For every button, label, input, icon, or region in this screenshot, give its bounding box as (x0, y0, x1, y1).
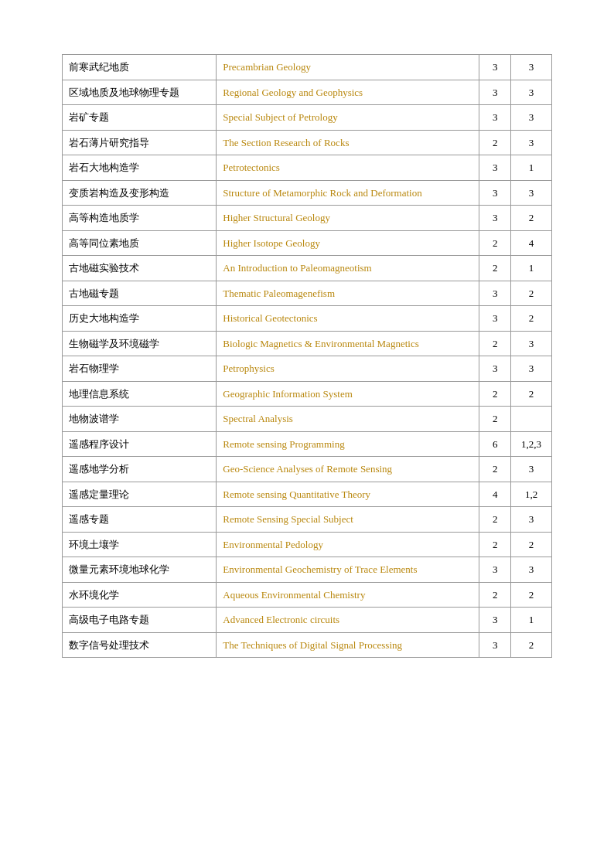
course-semester (511, 407, 552, 432)
course-english: Historical Geotectonics (217, 306, 479, 332)
table-row: 生物磁学及环境磁学Biologic Magnetics & Environmen… (63, 331, 552, 356)
course-semester: 2 (511, 632, 552, 658)
course-semester: 3 (511, 356, 552, 382)
course-credits: 3 (479, 356, 511, 382)
course-chinese: 地物波谱学 (63, 407, 217, 432)
course-chinese: 变质岩构造及变形构造 (63, 180, 217, 206)
course-credits: 3 (479, 608, 511, 633)
table-row: 地理信息系统Geographic Information System22 (63, 381, 552, 407)
course-chinese: 高等构造地质学 (63, 206, 217, 231)
course-credits: 2 (479, 130, 511, 155)
course-chinese: 高级电子电路专题 (63, 608, 217, 633)
course-credits: 3 (479, 206, 511, 231)
course-english: Special Subject of Petrology (217, 105, 479, 131)
course-credits: 2 (479, 582, 511, 608)
course-chinese: 遥感程序设计 (63, 431, 217, 457)
course-chinese: 遥感专题 (63, 507, 217, 533)
course-english: Geographic Information System (217, 381, 479, 407)
course-chinese: 遥感地学分析 (63, 457, 217, 482)
course-chinese: 岩矿专题 (63, 105, 217, 131)
course-english: Precambrian Geology (217, 55, 479, 80)
course-chinese: 岩石薄片研究指导 (63, 130, 217, 155)
course-semester: 1 (511, 155, 552, 181)
course-credits: 2 (479, 507, 511, 533)
table-row: 区域地质及地球物理专题Regional Geology and Geophysi… (63, 80, 552, 105)
table-row: 岩石大地构造学Petrotectonics31 (63, 155, 552, 181)
course-credits: 3 (479, 80, 511, 105)
course-semester: 3 (511, 331, 552, 356)
course-semester: 1 (511, 256, 552, 281)
table-row: 遥感专题Remote Sensing Special Subject23 (63, 507, 552, 533)
course-semester: 1,2,3 (511, 431, 552, 457)
table-row: 微量元素环境地球化学Environmental Geochemistry of … (63, 557, 552, 583)
course-chinese: 古地磁专题 (63, 281, 217, 306)
course-chinese: 环境土壤学 (63, 532, 217, 557)
course-credits: 2 (479, 230, 511, 256)
course-credits: 2 (479, 532, 511, 557)
table-row: 岩石薄片研究指导The Section Research of Rocks23 (63, 130, 552, 155)
course-english: Spectral Analysis (217, 407, 479, 432)
table-row: 历史大地构造学Historical Geotectonics32 (63, 306, 552, 332)
course-english: Environmental Geochemistry of Trace Elem… (217, 557, 479, 583)
course-semester: 2 (511, 306, 552, 332)
course-semester: 3 (511, 507, 552, 533)
course-credits: 2 (479, 407, 511, 432)
course-credits: 6 (479, 431, 511, 457)
course-chinese: 水环境化学 (63, 582, 217, 608)
table-row: 环境土壤学Environmental Pedology22 (63, 532, 552, 557)
course-chinese: 古地磁实验技术 (63, 256, 217, 281)
course-english: The Section Research of Rocks (217, 130, 479, 155)
course-table: 前寒武纪地质Precambrian Geology33区域地质及地球物理专题Re… (62, 54, 552, 658)
course-chinese: 前寒武纪地质 (63, 55, 217, 80)
course-chinese: 数字信号处理技术 (63, 632, 217, 658)
course-credits: 3 (479, 55, 511, 80)
table-row: 岩石物理学Petrophysics33 (63, 356, 552, 382)
course-chinese: 区域地质及地球物理专题 (63, 80, 217, 105)
course-english: An Introduction to Paleomagneotism (217, 256, 479, 281)
course-semester: 3 (511, 130, 552, 155)
table-row: 前寒武纪地质Precambrian Geology33 (63, 55, 552, 80)
table-row: 遥感程序设计Remote sensing Programming61,2,3 (63, 431, 552, 457)
course-chinese: 遥感定量理论 (63, 482, 217, 507)
table-row: 变质岩构造及变形构造Structure of Metamorphic Rock … (63, 180, 552, 206)
course-semester: 3 (511, 105, 552, 131)
course-credits: 2 (479, 457, 511, 482)
course-english: Aqueous Environmental Chemistry (217, 582, 479, 608)
course-credits: 2 (479, 256, 511, 281)
course-english: Thematic Paleomagenefism (217, 281, 479, 306)
table-row: 地物波谱学Spectral Analysis2 (63, 407, 552, 432)
course-semester: 2 (511, 206, 552, 231)
course-english: Higher Structural Geology (217, 206, 479, 231)
course-semester: 3 (511, 80, 552, 105)
course-credits: 3 (479, 105, 511, 131)
table-row: 古地磁专题Thematic Paleomagenefism32 (63, 281, 552, 306)
course-english: Petrophysics (217, 356, 479, 382)
course-credits: 3 (479, 306, 511, 332)
course-chinese: 地理信息系统 (63, 381, 217, 407)
course-semester: 3 (511, 55, 552, 80)
course-semester: 2 (511, 582, 552, 608)
course-semester: 3 (511, 457, 552, 482)
course-english: Remote sensing Quantitative Theory (217, 482, 479, 507)
course-credits: 2 (479, 331, 511, 356)
course-semester: 3 (511, 557, 552, 583)
course-english: Higher Isotope Geology (217, 230, 479, 256)
course-credits: 2 (479, 381, 511, 407)
course-chinese: 微量元素环境地球化学 (63, 557, 217, 583)
course-semester: 2 (511, 381, 552, 407)
course-credits: 3 (479, 281, 511, 306)
table-row: 数字信号处理技术The Techniques of Digital Signal… (63, 632, 552, 658)
table-row: 岩矿专题Special Subject of Petrology33 (63, 105, 552, 131)
course-chinese: 历史大地构造学 (63, 306, 217, 332)
course-chinese: 岩石物理学 (63, 356, 217, 382)
course-english: Geo-Science Analyses of Remote Sensing (217, 457, 479, 482)
course-credits: 3 (479, 632, 511, 658)
course-english: Remote sensing Programming (217, 431, 479, 457)
table-row: 高等同位素地质Higher Isotope Geology24 (63, 230, 552, 256)
course-credits: 4 (479, 482, 511, 507)
course-english: Biologic Magnetics & Environmental Magne… (217, 331, 479, 356)
course-english: Advanced Electronic circuits (217, 608, 479, 633)
course-semester: 4 (511, 230, 552, 256)
course-credits: 3 (479, 180, 511, 206)
table-row: 遥感地学分析Geo-Science Analyses of Remote Sen… (63, 457, 552, 482)
